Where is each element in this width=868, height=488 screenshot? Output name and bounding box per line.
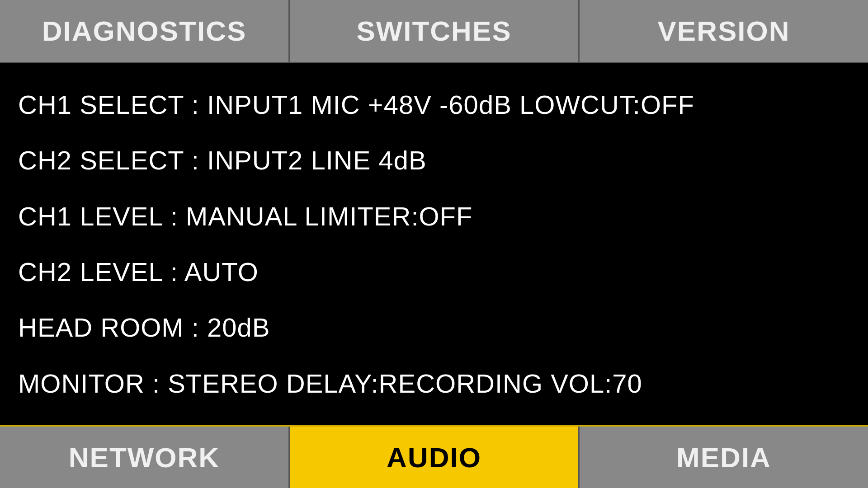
top-nav: DIAGNOSTICS SWITCHES VERSION: [0, 0, 868, 63]
monitor-row: MONITOR : STEREO DELAY:RECORDING VOL:70: [18, 368, 850, 399]
ch1-level-row: CH1 LEVEL : MANUAL LIMITER:OFF: [18, 201, 850, 231]
media-button[interactable]: MEDIA: [580, 427, 868, 488]
content-area: CH1 SELECT : INPUT1 MIC +48V -60dB LOWCU…: [0, 63, 868, 425]
diagnostics-button[interactable]: DIAGNOSTICS: [0, 0, 290, 62]
version-button[interactable]: VERSION: [580, 0, 868, 62]
bottom-nav: NETWORK AUDIO MEDIA: [0, 425, 868, 488]
ch2-level-row: CH2 LEVEL : AUTO: [18, 257, 850, 287]
head-room-row: HEAD ROOM : 20dB: [18, 312, 850, 343]
switches-button[interactable]: SWITCHES: [290, 0, 580, 62]
ch1-select-row: CH1 SELECT : INPUT1 MIC +48V -60dB LOWCU…: [18, 89, 850, 120]
network-button[interactable]: NETWORK: [0, 427, 290, 488]
audio-button[interactable]: AUDIO: [290, 427, 580, 488]
ch2-select-row: CH2 SELECT : INPUT2 LINE 4dB: [18, 145, 850, 175]
